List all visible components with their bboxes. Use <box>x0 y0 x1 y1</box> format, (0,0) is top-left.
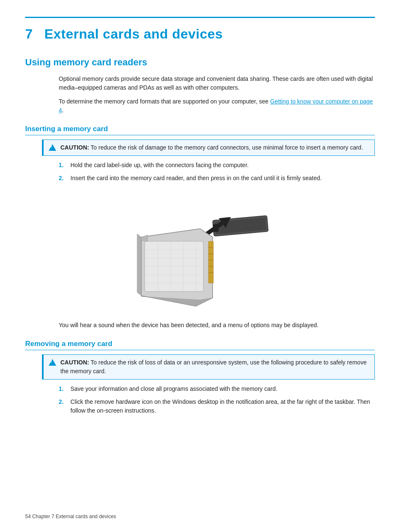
intro-p2-before-link: To determine the memory card formats tha… <box>59 98 270 105</box>
caution-text: CAUTION: To reduce the risk of damage to… <box>60 143 363 152</box>
step-text-1: Hold the card label-side up, with the co… <box>70 161 249 170</box>
intro-p1: Optional memory cards provide secure dat… <box>59 75 375 92</box>
intro-p2-after-link: . <box>62 107 64 114</box>
inserting-step-1: 1. Hold the card label-side up, with the… <box>59 161 375 170</box>
step-number-1: 1. <box>59 161 66 170</box>
step-text-2: Insert the card into the memory card rea… <box>70 174 322 183</box>
removing-caution-triangle-icon <box>49 359 56 366</box>
footer-page-number: 54 <box>25 514 31 519</box>
top-rule <box>25 17 375 18</box>
inserting-step-2: 2. Insert the card into the memory card … <box>59 174 375 183</box>
removing-steps-list: 1. Save your information and close all p… <box>59 385 375 415</box>
caution-triangle-icon <box>49 144 56 151</box>
footer-text: 54 Chapter 7 External cards and devices <box>25 514 116 519</box>
removing-subsection-heading: Removing a memory card <box>25 340 375 350</box>
page: 7 External cards and devices Using memor… <box>0 0 400 532</box>
caution-body: To reduce the risk of damage to the memo… <box>91 144 363 151</box>
section-heading: Using memory card readers <box>25 57 375 68</box>
removing-step-text-1: Save your information and close all prog… <box>70 385 277 393</box>
chapter-number: 7 <box>25 26 33 41</box>
removing-caution-body: To reduce the risk of loss of data or an… <box>60 359 366 374</box>
inserting-caution-box: CAUTION: To reduce the risk of damage to… <box>42 139 375 156</box>
removing-step-2: 2. Click the remove hardware icon on the… <box>59 398 375 415</box>
chapter-heading: 7 External cards and devices <box>25 26 375 42</box>
intro-p2: To determine the memory card formats tha… <box>59 97 375 115</box>
inserting-subsection-heading: Inserting a memory card <box>25 125 375 135</box>
removing-step-number-1: 1. <box>59 385 66 393</box>
memory-card-diagram <box>112 195 288 308</box>
removing-step-number-2: 2. <box>59 398 66 406</box>
chapter-title: External cards and devices <box>44 26 223 41</box>
page-footer: 54 Chapter 7 External cards and devices <box>25 514 116 519</box>
memory-card-svg <box>120 195 280 308</box>
svg-marker-8 <box>137 234 141 296</box>
inserting-steps-list: 1. Hold the card label-side up, with the… <box>59 161 375 183</box>
removing-caution-box: CAUTION: To reduce the risk of loss of d… <box>42 354 375 380</box>
step-number-2: 2. <box>59 174 66 183</box>
caution-label: CAUTION: <box>60 144 89 151</box>
after-steps-text: You will hear a sound when the device ha… <box>59 321 375 330</box>
removing-step-text-2: Click the remove hardware icon on the Wi… <box>70 398 375 415</box>
svg-marker-24 <box>141 235 148 241</box>
footer-chapter-ref: Chapter 7 External cards and devices <box>32 514 116 519</box>
removing-caution-label: CAUTION: <box>60 359 89 366</box>
removing-caution-text: CAUTION: To reduce the risk of loss of d… <box>60 358 369 376</box>
removing-step-1: 1. Save your information and close all p… <box>59 385 375 393</box>
